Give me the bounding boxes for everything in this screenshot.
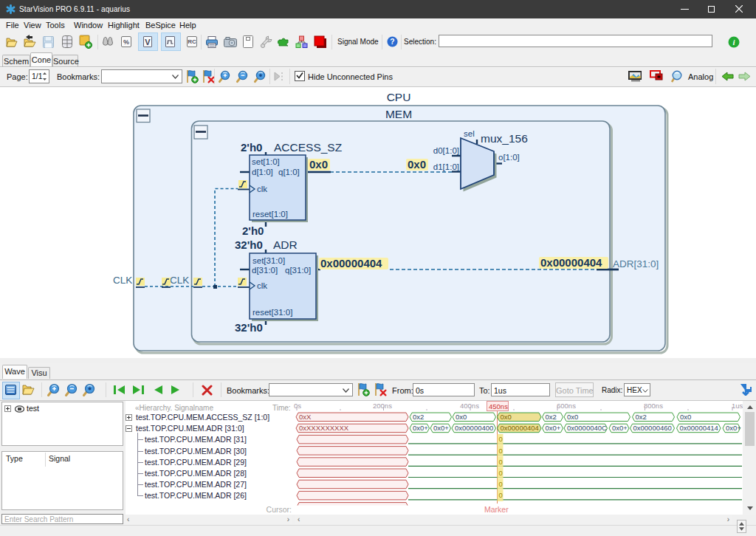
svg-text:0x0: 0x0 bbox=[309, 158, 328, 171]
svg-text:Marker: Marker bbox=[484, 505, 509, 514]
svg-text:400ns: 400ns bbox=[460, 402, 479, 410]
svg-text:d[1:0]: d[1:0] bbox=[252, 168, 273, 176]
svg-text:200ns: 200ns bbox=[373, 402, 392, 410]
svg-text:0x0+: 0x0+ bbox=[413, 424, 428, 432]
svg-text:0x0: 0x0 bbox=[408, 158, 426, 171]
svg-text:?: ? bbox=[390, 38, 394, 46]
svg-text:sel: sel bbox=[464, 129, 475, 138]
svg-text:o[1:0]: o[1:0] bbox=[498, 153, 520, 162]
svg-text:0x0: 0x0 bbox=[680, 413, 691, 421]
svg-text:0x00000404: 0x00000404 bbox=[540, 256, 602, 269]
svg-text:0x00000414: 0x00000414 bbox=[680, 424, 718, 432]
svg-text:set[1:0]: set[1:0] bbox=[252, 157, 280, 166]
svg-text:600ns: 600ns bbox=[557, 402, 576, 410]
svg-text:0x2: 0x2 bbox=[546, 413, 557, 421]
svg-text:0x2: 0x2 bbox=[636, 413, 647, 421]
svg-text:0x00000404: 0x00000404 bbox=[320, 257, 382, 269]
svg-text:Cursor:: Cursor: bbox=[267, 505, 292, 514]
svg-text:0s: 0s bbox=[294, 402, 301, 410]
svg-text:2'h0: 2'h0 bbox=[241, 141, 262, 154]
svg-text:0x0+: 0x0+ bbox=[612, 424, 628, 432]
svg-text:32'h0: 32'h0 bbox=[235, 238, 263, 251]
svg-text:0x0+: 0x0+ bbox=[726, 424, 741, 432]
svg-text:CLK: CLK bbox=[170, 275, 189, 286]
svg-text:MEM: MEM bbox=[385, 108, 412, 120]
svg-text:d[31:0]: d[31:0] bbox=[252, 266, 278, 275]
svg-text:0xX: 0xX bbox=[299, 413, 312, 421]
svg-text:set[31:0]: set[31:0] bbox=[252, 256, 285, 265]
svg-text:0x00000400: 0x00000400 bbox=[455, 424, 493, 432]
svg-text:450ns: 450ns bbox=[489, 402, 508, 410]
svg-text:0x0: 0x0 bbox=[567, 413, 578, 421]
svg-text:0x00000460: 0x00000460 bbox=[633, 424, 672, 432]
svg-text:2'h0: 2'h0 bbox=[242, 224, 264, 237]
svg-text:q[1:0]: q[1:0] bbox=[278, 168, 300, 176]
svg-text:CPU: CPU bbox=[387, 91, 411, 103]
svg-text:q[31:0]: q[31:0] bbox=[285, 266, 311, 275]
svg-text:0x0000040C: 0x0000040C bbox=[567, 424, 607, 432]
svg-text:CLK: CLK bbox=[113, 275, 132, 286]
svg-text:1us: 1us bbox=[732, 402, 743, 410]
svg-text:0x00000404: 0x00000404 bbox=[501, 424, 539, 432]
svg-text:0: 0 bbox=[499, 480, 503, 488]
svg-text:ADR: ADR bbox=[273, 238, 298, 251]
svg-text:mux_156: mux_156 bbox=[481, 132, 528, 145]
svg-text:0x0+: 0x0+ bbox=[546, 424, 561, 432]
svg-text:clk: clk bbox=[257, 281, 267, 290]
svg-text:0xXXXXXXXXX: 0xXXXXXXXXX bbox=[299, 424, 349, 432]
svg-text:0: 0 bbox=[499, 469, 503, 477]
svg-text:0x0: 0x0 bbox=[501, 413, 512, 421]
svg-text:0: 0 bbox=[499, 458, 503, 466]
svg-text:ADR[31:0]: ADR[31:0] bbox=[613, 258, 659, 269]
svg-text:0x2: 0x2 bbox=[413, 413, 424, 421]
svg-text:0: 0 bbox=[499, 435, 503, 443]
svg-text:32'h0: 32'h0 bbox=[235, 321, 263, 334]
svg-text:ACCESS_SZ: ACCESS_SZ bbox=[274, 141, 342, 154]
svg-text:0x0: 0x0 bbox=[456, 413, 467, 421]
svg-text:0: 0 bbox=[499, 447, 503, 455]
svg-text:d0[1:0]: d0[1:0] bbox=[433, 146, 459, 155]
svg-text:0: 0 bbox=[499, 491, 503, 499]
svg-text:d1[1:0]: d1[1:0] bbox=[433, 162, 459, 171]
svg-text:reset[1:0]: reset[1:0] bbox=[252, 210, 288, 219]
svg-text:0x0+: 0x0+ bbox=[433, 424, 449, 432]
svg-text:800ns: 800ns bbox=[644, 402, 663, 410]
svg-text:reset[31:0]: reset[31:0] bbox=[252, 308, 292, 317]
svg-text:clk: clk bbox=[257, 185, 267, 193]
